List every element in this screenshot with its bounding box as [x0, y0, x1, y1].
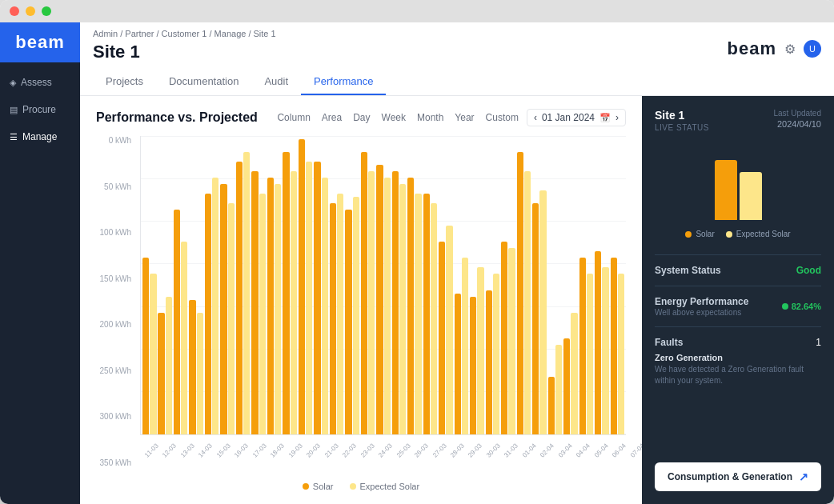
- sidebar-item-manage[interactable]: ☰ Manage: [0, 123, 80, 150]
- divider-2: [655, 286, 821, 286]
- bar-solar: [205, 194, 211, 434]
- x-label: 20-03: [305, 442, 322, 459]
- bar-expected: [212, 178, 219, 434]
- date-navigator[interactable]: ‹ 01 Jan 2024 📅 ›: [527, 109, 626, 126]
- sidebar: beam ◈ Assess ▤ Procure ☰ Manage: [0, 22, 80, 504]
- bar-expected: [415, 194, 421, 434]
- tab-documentation[interactable]: Documentation: [156, 69, 251, 95]
- mini-legend-expected: Expected Solar: [726, 230, 791, 238]
- prev-arrow[interactable]: ‹: [534, 112, 537, 123]
- expand-dot[interactable]: [42, 6, 51, 16]
- bar-solar: [517, 152, 523, 434]
- bar-expected: [399, 184, 406, 434]
- bars-container: [141, 136, 626, 434]
- bar-group: [532, 139, 546, 434]
- bar-solar: [314, 162, 320, 434]
- bar-solar: [220, 184, 227, 434]
- bar-group: [158, 139, 171, 434]
- sidebar-item-procure[interactable]: ▤ Procure: [0, 96, 80, 123]
- ctrl-day[interactable]: Day: [350, 110, 373, 125]
- mini-solar-label: Solar: [696, 230, 714, 238]
- mini-legend: Solar Expected Solar: [655, 230, 821, 238]
- bar-expected: [150, 274, 156, 434]
- chart-header: Performance vs. Projected Column Area Da…: [96, 109, 626, 126]
- consumption-generation-button[interactable]: Consumption & Generation ↗: [655, 462, 821, 491]
- x-label: 25-03: [395, 442, 412, 459]
- bar-expected: [602, 267, 608, 434]
- bar-expected: [446, 226, 452, 434]
- ctrl-week[interactable]: Week: [379, 110, 409, 125]
- tab-audit[interactable]: Audit: [251, 69, 301, 95]
- y-label-250: 250 kWh: [100, 366, 131, 375]
- bar-group: [283, 139, 296, 434]
- ctrl-year[interactable]: Year: [451, 110, 477, 125]
- calendar-icon[interactable]: 📅: [599, 113, 611, 123]
- ctrl-area[interactable]: Area: [319, 110, 345, 125]
- user-icon[interactable]: U: [804, 40, 821, 58]
- bar-solar: [563, 338, 570, 434]
- mini-bar-expected: [740, 172, 762, 220]
- fault-header-row: Faults 1: [655, 337, 821, 348]
- assess-icon: ◈: [10, 78, 16, 88]
- bar-expected: [587, 274, 593, 434]
- tab-projects[interactable]: Projects: [93, 69, 156, 95]
- mini-expected-dot: [726, 231, 732, 238]
- perf-dot: [782, 303, 788, 310]
- chart-controls: Column Area Day Week Month Year Custom ‹…: [274, 109, 626, 126]
- y-label-50: 50 kWh: [104, 182, 131, 191]
- mini-bar-group: [715, 160, 762, 220]
- fault-section: Faults 1 Zero Generation We have detecte…: [655, 337, 821, 386]
- tabs: Projects Documentation Audit Performance: [93, 69, 821, 95]
- bar-expected: [493, 274, 499, 434]
- minimize-dot[interactable]: [26, 6, 35, 16]
- mini-chart: [655, 148, 821, 220]
- energy-perf-info: Energy Performance Well above expectatio…: [655, 296, 748, 317]
- bar-group: [189, 139, 202, 434]
- solar-legend-dot: [303, 483, 309, 490]
- x-label: 03-04: [557, 442, 574, 459]
- x-label: 12-03: [161, 442, 178, 459]
- procure-icon: ▤: [10, 105, 18, 115]
- panel-last-updated: Last Updated 2024/04/10: [774, 109, 822, 129]
- fault-desc: We have detected a Zero Generation fault…: [655, 364, 821, 386]
- tab-performance[interactable]: Performance: [301, 69, 386, 95]
- top-bar: Admin / Partner / Customer 1 / Manage / …: [80, 22, 834, 96]
- bar-expected: [353, 197, 359, 434]
- panel-header: Site 1 LIVE STATUS Last Updated 2024/04/…: [655, 109, 821, 132]
- consumption-generation-label: Consumption & Generation: [668, 471, 792, 482]
- manage-icon: ☰: [10, 132, 18, 142]
- bar-group: [236, 139, 250, 434]
- close-dot[interactable]: [10, 6, 19, 16]
- x-label: 15-03: [215, 442, 232, 459]
- bar-solar: [330, 203, 336, 434]
- main-content: Admin / Partner / Customer 1 / Manage / …: [80, 22, 834, 504]
- ctrl-custom[interactable]: Custom: [483, 110, 522, 125]
- x-label: 06-04: [611, 442, 628, 459]
- bar-solar: [251, 171, 258, 434]
- bar-solar: [345, 210, 351, 434]
- brand-area: beam ⚙ U: [728, 38, 821, 59]
- x-label: 14-03: [197, 442, 214, 459]
- divider-1: [655, 254, 821, 255]
- expected-legend-dot: [350, 483, 356, 490]
- energy-perf-row: Energy Performance Well above expectatio…: [655, 293, 821, 320]
- sidebar-item-assess[interactable]: ◈ Assess: [0, 69, 80, 96]
- bar-group: [548, 139, 562, 434]
- y-label-100: 100 kWh: [100, 228, 131, 237]
- bar-group: [174, 139, 187, 434]
- bar-expected: [306, 162, 312, 434]
- x-label: 23-03: [359, 442, 376, 459]
- bar-expected: [555, 345, 562, 434]
- x-label: 27-03: [431, 442, 447, 459]
- panel-live-status: LIVE STATUS: [655, 123, 709, 132]
- bar-group: [345, 139, 359, 434]
- y-axis: 350 kWh 300 kWh 250 kWh 200 kWh 150 kWh …: [96, 136, 136, 467]
- legend-solar: Solar: [303, 482, 334, 491]
- settings-icon[interactable]: ⚙: [784, 42, 796, 57]
- next-arrow[interactable]: ›: [615, 112, 619, 123]
- bar-solar: [142, 258, 149, 434]
- ctrl-month[interactable]: Month: [414, 110, 447, 125]
- divider-3: [655, 326, 821, 327]
- y-label-350: 350 kWh: [100, 458, 131, 467]
- ctrl-column[interactable]: Column: [274, 110, 313, 125]
